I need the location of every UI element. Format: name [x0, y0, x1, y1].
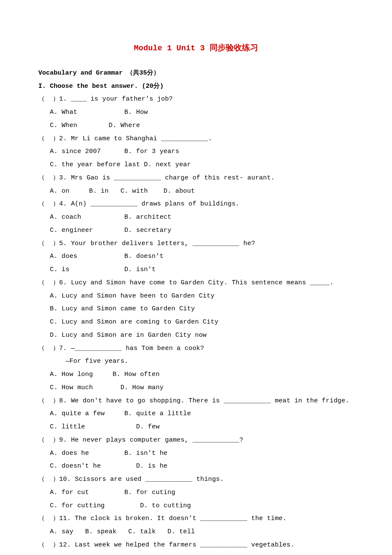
question-stem: （ ）4. A(n) ____________ draws plans of b…: [38, 198, 354, 211]
question-option: A. on B. in C. with D. about: [38, 185, 354, 198]
question-option: A. What B. How: [38, 106, 354, 119]
question-option: C. little D. few: [38, 421, 354, 434]
question-option: C. is D. isn't: [38, 263, 354, 277]
questions-container: （ ）1. ____ is your father's job?A. What …: [38, 93, 354, 555]
question-option: A. to grew B. grew: [38, 552, 354, 555]
page-title: Module 1 Unit 3 同步验收练习: [38, 40, 354, 57]
question-stem: （ ）5. Your brother delivers letters, ___…: [38, 237, 354, 251]
question-stem: （ ）6. Lucy and Simon have come to Garden…: [38, 277, 354, 290]
question-stem: （ ）11. The clock is broken. It doesn't _…: [38, 512, 354, 526]
question-option: A. quite a few B. quite a little: [38, 408, 354, 421]
question-stem: （ ）3. Mrs Gao is ____________ charge of …: [38, 172, 354, 185]
question-option: C. How much D. How many: [38, 382, 354, 395]
question-option: A. for cut B. for cuting: [38, 486, 354, 500]
question-stem: （ ）8. We don't have to go shopping. Ther…: [38, 395, 354, 408]
question-option: A. coach B. architect: [38, 211, 354, 224]
question-stem: （ ）9. He never plays computer games, ___…: [38, 434, 354, 447]
question-option: A. does he B. isn't he: [38, 447, 354, 460]
sub-header: I. Choose the best answer. (20分): [38, 80, 354, 93]
question-option: C. When D. Where: [38, 119, 354, 133]
question-option: C. doesn't he D. is he: [38, 460, 354, 473]
question-option: C. the year before last D. next year: [38, 159, 354, 172]
question-option: A. Lucy and Simon have been to Garden Ci…: [38, 290, 354, 303]
question-stem: （ ）10. Scissors are used ____________ th…: [38, 473, 354, 486]
question-option: A. since 2007 B. for 3 years: [38, 145, 354, 159]
question-option: C. for cutting D. to cutting: [38, 500, 354, 513]
question-option: D. Lucy and Simon are in Garden City now: [38, 329, 354, 342]
section-header: Vocabulary and Grammar （共35分）: [38, 67, 354, 80]
question-option: A. does B. doesn't: [38, 250, 354, 263]
question-stem: （ ）12. Last week we helped the farmers _…: [38, 539, 354, 552]
question-stem: （ ）1. ____ is your father's job?: [38, 93, 354, 106]
question-option: A. say B. speak C. talk D. tell: [38, 526, 354, 539]
question-stem: （ ）2. Mr Li came to Shanghai ___________…: [38, 133, 354, 146]
question-stem: （ ）7. —____________ has Tom been a cook?: [38, 342, 354, 356]
question-extra: —For five years.: [38, 355, 354, 368]
document-page: Module 1 Unit 3 同步验收练习 Vocabulary and Gr…: [0, 0, 392, 555]
question-option: A. How long B. How often: [38, 368, 354, 382]
question-option: B. Lucy and Simon came to Garden City: [38, 303, 354, 316]
question-option: C. engineer D. secretary: [38, 224, 354, 237]
question-option: C. Lucy and Simon are coming to Garden C…: [38, 316, 354, 329]
